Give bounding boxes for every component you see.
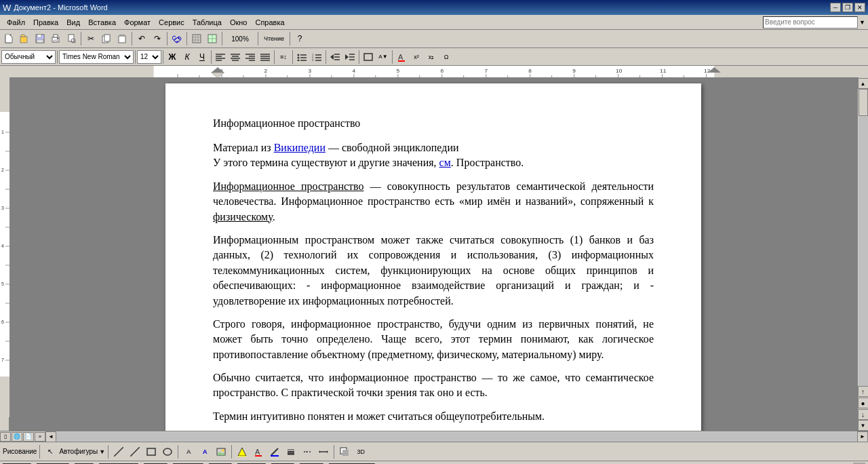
menu-window[interactable]: Окно (226, 17, 252, 28)
rect-tool[interactable] (144, 444, 159, 459)
web-view-button[interactable]: 🌐 (12, 432, 22, 442)
ellipse-tool[interactable] (160, 444, 175, 459)
outline-view-button[interactable]: ≡ (35, 432, 45, 442)
format-toolbar: Обычный Times New Roman 12 Ж К Ч ≡↕ 1.2.… (0, 48, 868, 66)
svg-line-12 (75, 42, 75, 43)
insert-image-tool[interactable] (214, 444, 229, 459)
dash-style-button[interactable] (300, 444, 315, 459)
underline-button[interactable]: Ч (195, 50, 210, 64)
line-color-button[interactable] (267, 444, 282, 459)
standard-toolbar: ✂ ↶ ↷ 100% Чтение ? (0, 30, 868, 48)
bold-button[interactable]: Ж (165, 50, 180, 64)
svg-marker-148 (327, 450, 328, 453)
font-select[interactable]: Times New Roman (59, 50, 134, 64)
scroll-left-button[interactable]: ◄ (45, 431, 56, 442)
select-browse-button[interactable]: ● (858, 398, 869, 408)
cut-button[interactable]: ✂ (83, 31, 98, 46)
hyperlink-button[interactable] (170, 31, 184, 46)
align-left-button[interactable] (213, 50, 228, 64)
numbering-button[interactable]: 1.2.3. (309, 50, 324, 64)
undo-button[interactable]: ↶ (134, 31, 149, 46)
redo-button[interactable]: ↷ (150, 31, 165, 46)
help-button[interactable]: ? (292, 31, 307, 46)
page-view-button[interactable]: ▯ (0, 432, 11, 442)
arrow-style-button[interactable] (316, 444, 331, 459)
menu-table[interactable]: Таблица (189, 17, 226, 28)
3d-button[interactable]: 3D (353, 444, 368, 459)
excel-button[interactable] (205, 31, 220, 46)
outside-border-button[interactable] (361, 50, 376, 64)
wordart-tool[interactable]: A (197, 444, 212, 459)
open-button[interactable] (17, 31, 32, 46)
help-input[interactable] (763, 16, 858, 28)
fill-color-button[interactable] (235, 444, 250, 459)
new-button[interactable] (1, 31, 16, 46)
font-size-select[interactable]: 12 (137, 50, 161, 64)
para1-wikipedia-link[interactable]: Википедии (274, 142, 326, 153)
bullets-button[interactable] (294, 50, 309, 64)
decrease-indent-button[interactable] (328, 50, 342, 64)
draw-cursor-button[interactable]: ↖ (43, 444, 58, 459)
document-page[interactable]: Информационное пространство Материал из … (165, 83, 701, 431)
svg-text:A: A (398, 53, 403, 61)
font-color-button[interactable]: A (394, 50, 409, 64)
font-color-draw-button[interactable]: A (251, 444, 266, 459)
menu-file[interactable]: Файл (3, 17, 29, 28)
copy-button[interactable] (99, 31, 114, 46)
paste-button[interactable] (115, 31, 130, 46)
italic-button[interactable]: К (180, 50, 195, 64)
svg-rect-141 (271, 455, 279, 457)
shadow-button[interactable] (337, 444, 352, 459)
restore-button[interactable]: ❐ (842, 3, 853, 12)
paragraph-style-select[interactable]: Обычный (1, 50, 56, 64)
table-button[interactable] (189, 31, 204, 46)
svg-text:1: 1 (1, 130, 4, 134)
special-chars-button[interactable]: Ω (439, 50, 454, 64)
align-justify-button[interactable] (258, 50, 273, 64)
superscript-button[interactable]: x² (409, 50, 424, 64)
line-spacing-button[interactable]: ≡↕ (276, 50, 291, 64)
minimize-button[interactable]: ─ (830, 3, 841, 12)
line-tool[interactable] (111, 444, 126, 459)
sep7 (290, 32, 290, 45)
arrow-tool[interactable] (127, 444, 142, 459)
close-button[interactable]: ✕ (854, 3, 865, 12)
help-dropdown-icon[interactable]: ▼ (859, 19, 865, 26)
scroll-up-button[interactable]: ▲ (858, 78, 869, 89)
scroll-down-button[interactable]: ▼ (858, 420, 869, 431)
reading-view-button[interactable]: 📄 (23, 432, 34, 442)
h-scroll-track[interactable] (56, 432, 857, 442)
para1-line2: У этого термина существуют и другие знач… (213, 157, 439, 168)
auto-shapes-arrow[interactable]: ▼ (99, 448, 105, 455)
svg-text:2: 2 (1, 168, 4, 172)
menu-help[interactable]: Справка (251, 17, 288, 28)
menu-tools[interactable]: Сервис (155, 17, 189, 28)
align-right-button[interactable] (243, 50, 258, 64)
print-button[interactable] (48, 31, 63, 46)
preview-button[interactable] (64, 31, 79, 46)
menu-insert[interactable]: Вставка (84, 17, 120, 28)
sep3 (167, 32, 167, 45)
highlight-button[interactable]: A▼ (376, 50, 391, 64)
para2-physical-link[interactable]: физическому (213, 211, 273, 223)
line-style-button[interactable] (283, 444, 298, 459)
subscript-button[interactable]: x₂ (424, 50, 439, 64)
save-button[interactable] (33, 31, 47, 46)
menu-view[interactable]: Вид (62, 17, 84, 28)
next-page-button[interactable]: ↓ (858, 409, 869, 420)
scrollbar-track[interactable] (859, 89, 868, 386)
increase-indent-button[interactable] (342, 50, 357, 64)
menu-format[interactable]: Формат (120, 17, 155, 28)
scroll-right-button[interactable]: ► (857, 431, 868, 442)
align-center-button[interactable] (228, 50, 243, 64)
menu-edit[interactable]: Правка (29, 17, 62, 28)
reading-mode-button[interactable]: Чтение (260, 31, 288, 46)
svg-text:8: 8 (528, 69, 532, 74)
scrollbar-thumb[interactable] (859, 89, 868, 116)
prev-page-button[interactable]: ↑ (858, 386, 869, 397)
text-box-tool[interactable]: A (181, 444, 196, 459)
para1-see-link[interactable]: см (439, 157, 451, 168)
para2-term-link[interactable]: Информационное пространство (213, 180, 364, 192)
zoom-value[interactable]: 100% (224, 31, 256, 46)
draw-sep3 (178, 445, 178, 459)
